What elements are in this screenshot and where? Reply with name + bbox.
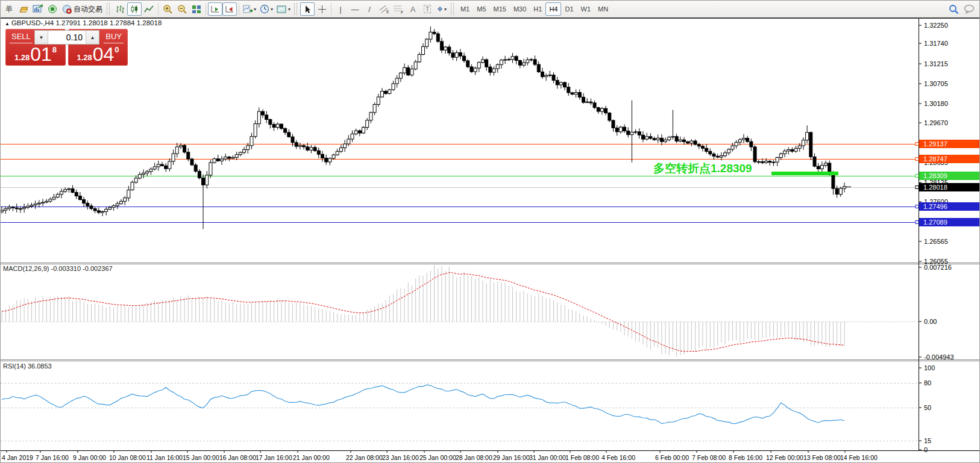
svg-text:17 Jan 16:00: 17 Jan 16:00 — [256, 454, 292, 461]
timeframe-button-h4[interactable]: H4 — [545, 2, 561, 16]
svg-text:50: 50 — [924, 404, 931, 411]
cursor-tool-button[interactable] — [300, 2, 315, 16]
horizontal-line-icon: — — [351, 5, 359, 14]
svg-text:1.27089: 1.27089 — [923, 219, 947, 226]
autotrading-icon — [62, 4, 72, 14]
text-label-tool-button[interactable]: T — [420, 2, 435, 16]
sell-price-small: 1.28 — [14, 54, 30, 61]
dropdown-arrow-icon: ▾ — [288, 7, 291, 12]
charts-icon[interactable] — [31, 2, 45, 16]
toolbar-grip[interactable] — [294, 3, 297, 15]
svg-text:22 Jan 08:00: 22 Jan 08:00 — [346, 454, 383, 461]
templates-button[interactable]: ▾ — [275, 2, 292, 16]
candlestick-mode-button[interactable] — [127, 2, 142, 16]
svg-text:29 Jan 16:00: 29 Jan 16:00 — [493, 454, 530, 461]
svg-text:7 Feb 08:00: 7 Feb 08:00 — [692, 454, 726, 461]
zoom-out-button[interactable] — [175, 2, 189, 16]
candles-layer — [1, 26, 851, 229]
search-icon[interactable] — [949, 4, 959, 14]
chart-title-text: GBPUSD-,H4 1.27991 1.28018 1.27884 1.280… — [11, 19, 162, 26]
cursor-icon — [303, 5, 312, 14]
channel-tool-button[interactable]: E — [377, 2, 391, 16]
sell-price-big: 01 — [30, 45, 52, 64]
svg-text:15: 15 — [924, 437, 931, 444]
autotrading-button[interactable]: 自动交易 — [60, 2, 105, 16]
svg-text:1.32250: 1.32250 — [924, 22, 948, 29]
svg-text:9 Jan 00:00: 9 Jan 00:00 — [73, 454, 106, 461]
arrows-tool-button[interactable]: ❖ ▾ — [435, 2, 449, 16]
tile-windows-button[interactable] — [189, 2, 204, 16]
rsi-layer — [1, 384, 919, 441]
svg-text:1.28309: 1.28309 — [923, 172, 947, 179]
volume-increase-button[interactable]: ▲ — [86, 31, 99, 44]
svg-text:14 Feb 16:00: 14 Feb 16:00 — [840, 454, 878, 461]
text-tool-button[interactable]: A — [406, 2, 420, 16]
svg-text:1.28018: 1.28018 — [923, 184, 947, 191]
svg-text:4 Jan 2019: 4 Jan 2019 — [2, 454, 33, 461]
new-order-button[interactable]: 单 — [2, 2, 16, 16]
fibonacci-icon: F — [393, 4, 404, 14]
templates-icon — [277, 5, 287, 14]
buy-button[interactable]: BUY — [104, 32, 124, 43]
volume-stepper: ▼ ▲ — [34, 30, 99, 45]
zoom-in-button[interactable] — [160, 2, 175, 16]
svg-text:0.00: 0.00 — [924, 318, 937, 325]
expert-advisors-icon[interactable] — [45, 2, 60, 16]
svg-text:15 Jan 00:00: 15 Jan 00:00 — [183, 454, 219, 461]
timeframe-button-m1[interactable]: M1 — [457, 2, 473, 16]
green-trend-segment[interactable] — [771, 172, 838, 175]
horizontal-line-tool-button[interactable]: — — [348, 2, 362, 16]
line-chart-mode-button[interactable] — [142, 2, 156, 16]
fibonacci-tool-button[interactable]: F — [391, 2, 406, 16]
svg-text:1.26565: 1.26565 — [924, 238, 948, 245]
trendline-tool-button[interactable]: / — [362, 2, 377, 16]
spin-up-icon: ▲ — [90, 35, 95, 40]
toolbar: 单 自动交易 — [1, 1, 979, 18]
text-label-icon: T — [424, 5, 432, 13]
toolbar-separator — [331, 3, 331, 15]
sell-button[interactable]: SELL — [10, 32, 33, 43]
toolbar-grip[interactable] — [451, 3, 454, 15]
bar-chart-mode-button[interactable] — [113, 2, 127, 16]
svg-text:21 Jan 00:00: 21 Jan 00:00 — [293, 454, 330, 461]
timeframe-button-h1[interactable]: H1 — [530, 2, 545, 16]
svg-text:80: 80 — [924, 379, 931, 387]
sell-price-sup: 8 — [52, 46, 57, 54]
timeframe-button-m15[interactable]: M15 — [490, 2, 510, 16]
svg-text:25 Jan 00:00: 25 Jan 00:00 — [419, 454, 456, 461]
crosshair-icon — [318, 5, 327, 14]
crosshair-tool-button[interactable] — [315, 2, 329, 16]
terminal-window: 单 自动交易 — [0, 0, 980, 463]
toolbar-separator — [206, 3, 206, 15]
auto-scroll-button[interactable] — [208, 2, 222, 16]
buy-price-sup: 0 — [115, 46, 119, 54]
periods-button[interactable]: ▾ — [258, 2, 275, 16]
profiles-icon[interactable] — [16, 2, 31, 16]
vertical-line-tool-button[interactable]: | — [333, 2, 348, 16]
toolbar-grip[interactable] — [107, 3, 110, 15]
volume-input[interactable] — [48, 31, 86, 44]
timeframe-button-m5[interactable]: M5 — [473, 2, 489, 16]
volume-decrease-button[interactable]: ▼ — [35, 31, 48, 44]
svg-text:6 Feb 00:00: 6 Feb 00:00 — [655, 454, 689, 461]
svg-text:11 Jan 16:00: 11 Jan 16:00 — [146, 454, 183, 461]
macd-indicator-label: MACD(12,26,9) -0.003310 -0.002367 — [3, 265, 113, 272]
time-axis: 4 Jan 20197 Jan 16:009 Jan 00:0010 Jan 0… — [2, 450, 878, 461]
spin-down-icon: ▼ — [39, 35, 44, 40]
svg-text:0: 0 — [924, 446, 928, 453]
sell-price: 1.28 01 8 — [5, 45, 66, 64]
chart-shift-button[interactable] — [222, 2, 237, 16]
svg-text:8 Feb 16:00: 8 Feb 16:00 — [729, 454, 762, 461]
chart-canvas[interactable]: 1.322501.317401.312151.307051.301801.296… — [1, 1, 980, 463]
timeframe-button-mn[interactable]: MN — [594, 2, 612, 16]
indicators-button[interactable]: ▾ — [241, 2, 258, 16]
svg-text:28 Jan 08:00: 28 Jan 08:00 — [456, 454, 492, 461]
one-click-trading-panel: SELL 1.28 01 8 BUY 1.28 04 0 ▼ ▲ — [5, 29, 128, 66]
buy-price: 1.28 04 0 — [68, 45, 128, 64]
svg-text:23 Jan 16:00: 23 Jan 16:00 — [382, 454, 419, 461]
timeframe-button-d1[interactable]: D1 — [561, 2, 577, 16]
dropdown-arrow-icon: ▾ — [271, 7, 273, 12]
chat-icon[interactable] — [964, 4, 976, 14]
timeframe-button-w1[interactable]: W1 — [577, 2, 595, 16]
timeframe-button-m30[interactable]: M30 — [510, 2, 530, 16]
